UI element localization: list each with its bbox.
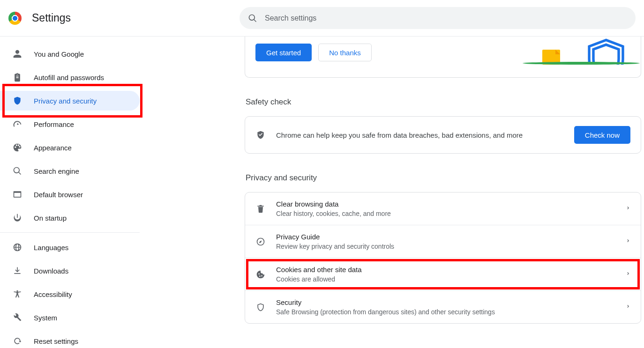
search-icon [248,14,257,23]
sidebar-item-label: You and Google [34,50,84,58]
cookie-icon [255,269,266,280]
sidebar-item-accessibility[interactable]: Accessibility [0,284,140,304]
sidebar-item-appearance[interactable]: Appearance [0,138,140,157]
sidebar-item-privacy-and-security[interactable]: Privacy and security [0,91,140,111]
chevron-right-icon [626,303,630,311]
globe-icon [13,243,22,252]
sidebar-item-label: Languages [34,244,68,252]
person-icon [13,49,22,59]
settings-row-clear-browsing-data[interactable]: Clear browsing dataClear history, cookie… [245,193,641,225]
power-icon [13,213,22,222]
row-title: Security [276,298,615,306]
sidebar-item-label: System [34,314,57,322]
check-now-button[interactable]: Check now [574,126,630,144]
sidebar-item-reset[interactable]: Reset settings [0,331,140,348]
shield-check-icon [255,130,266,140]
accessibility-icon [13,289,22,299]
compass-icon [255,237,266,247]
page-title: Settings [32,12,71,24]
download-icon [13,266,22,275]
sidebar-item-label: Privacy and security [34,97,97,105]
row-subtitle: Review key privacy and security controls [276,243,615,250]
sidebar-item-you-and-google[interactable]: You and Google [0,44,140,64]
sidebar-item-label: Autofill and passwords [34,74,104,81]
row-title: Clear browsing data [276,200,615,208]
shield-icon [13,96,22,105]
row-texts: Cookies and other site dataCookies are a… [276,266,615,283]
privacy-security-list: Clear browsing dataClear history, cookie… [245,192,641,324]
palette-icon [13,143,22,152]
settings-sidebar: You and GoogleAutofill and passwordsPriv… [0,37,140,348]
row-title: Privacy Guide [276,233,615,241]
promo-illustration [532,37,630,65]
search-settings-field[interactable] [240,7,636,29]
sidebar-item-on-startup[interactable]: On startup [0,208,140,228]
row-subtitle: Clear history, cookies, cache, and more [276,210,615,217]
sidebar-item-system[interactable]: System [0,308,140,327]
row-texts: Clear browsing dataClear history, cookie… [276,200,615,217]
sidebar-item-label: Search engine [34,167,79,175]
no-thanks-button[interactable]: No thanks [318,44,372,61]
row-texts: Privacy GuideReview key privacy and secu… [276,233,615,250]
sidebar-item-label: Default browser [34,191,83,199]
shield-outline-icon [255,302,266,312]
settings-row-security[interactable]: SecuritySafe Browsing (protection from d… [245,290,641,323]
wrench-icon [13,313,22,322]
sidebar-item-label: Appearance [34,144,72,152]
restore-icon [13,336,22,346]
chevron-right-icon [626,270,630,279]
browser-icon [13,190,22,199]
safety-check-heading: Safety check [246,97,641,107]
clipboard-icon [13,73,22,82]
speedometer-icon [13,119,22,129]
get-started-button[interactable]: Get started [255,44,312,61]
row-subtitle: Safe Browsing (protection from dangerous… [276,308,615,316]
privacy-guide-promo-card: Get started No thanks [245,37,641,78]
privacy-security-heading: Privacy and security [246,173,641,183]
row-subtitle: Cookies are allowed [276,275,615,283]
sidebar-item-label: Downloads [34,267,68,275]
sidebar-item-downloads[interactable]: Downloads [0,261,140,281]
sidebar-item-search-engine[interactable]: Search engine [0,161,140,181]
sidebar-item-label: Accessibility [34,290,72,298]
chevron-right-icon [626,237,630,246]
main-content: Get started No thanks Safety check Chrom… [140,37,644,348]
search-icon [13,166,22,176]
safety-check-text: Chrome can help keep you safe from data … [276,131,564,139]
row-texts: SecuritySafe Browsing (protection from d… [276,298,615,316]
sidebar-item-label: Reset settings [34,337,78,345]
sidebar-item-label: On startup [34,214,67,222]
row-title: Cookies and other site data [276,266,615,274]
header: Settings [0,0,644,37]
trash-icon [255,204,266,214]
safety-check-card: Chrome can help keep you safe from data … [245,116,641,154]
search-input[interactable] [265,14,627,22]
settings-row-cookies[interactable]: Cookies and other site dataCookies are a… [245,258,641,290]
chevron-right-icon [626,205,630,213]
sidebar-item-label: Performance [34,120,74,128]
chrome-logo-icon [8,12,22,25]
sidebar-divider [0,232,140,233]
sidebar-item-default-browser[interactable]: Default browser [0,185,140,204]
settings-row-privacy-guide[interactable]: Privacy GuideReview key privacy and secu… [245,225,641,258]
sidebar-item-languages[interactable]: Languages [0,237,140,257]
